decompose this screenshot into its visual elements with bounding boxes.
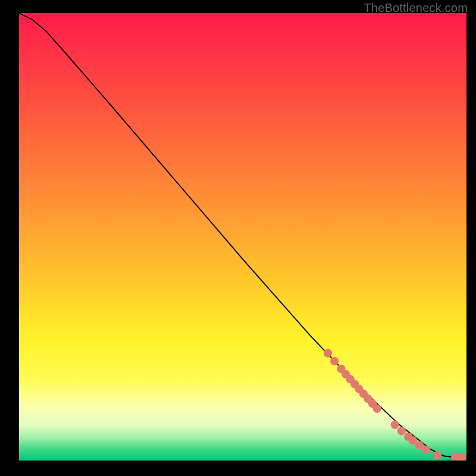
dot: [422, 446, 430, 454]
dot: [391, 421, 399, 429]
dot: [433, 451, 441, 459]
dot: [330, 357, 339, 365]
dot: [324, 349, 332, 357]
plot-area: [19, 13, 466, 461]
chart-svg: [19, 13, 466, 461]
chart-stage: TheBottleneck.com: [0, 0, 476, 476]
curve-line: [19, 13, 466, 457]
dot: [372, 405, 381, 413]
dot: [397, 427, 406, 435]
highlight-dots: [324, 349, 466, 461]
dot: [458, 453, 466, 461]
